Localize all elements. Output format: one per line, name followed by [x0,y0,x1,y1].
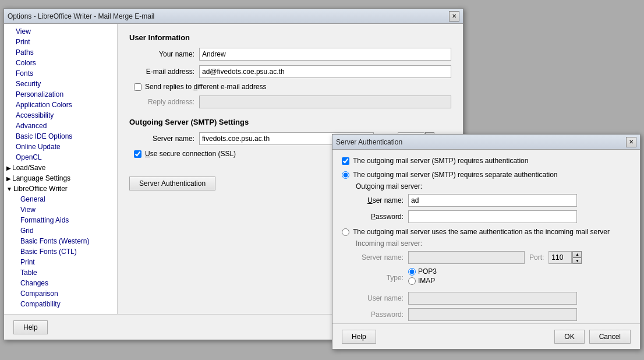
outgoing-password-label: Password: [356,213,408,221]
incoming-port-label: Port: [529,253,544,262]
incoming-password-row: Password: [356,308,631,321]
sidebar-item-advanced[interactable]: Advanced [4,121,117,131]
name-label-text: Your name: [159,50,194,58]
sidebar-child-table[interactable]: Table [4,267,117,278]
main-dialog-titlebar: Options - LibreOffice Writer - Mail Merg… [4,9,463,24]
expand-icon-writer: ▼ [6,186,12,192]
incoming-password-input[interactable] [408,308,577,321]
incoming-password-label: Password: [356,310,408,319]
auth-cancel-button[interactable]: Cancel [589,330,631,344]
auth-body: The outgoing mail server (SMTP) requires… [332,150,640,331]
same-auth-label: The outgoing mail server uses the same a… [353,228,610,236]
outgoing-user-row: User name: [356,194,631,207]
requires-auth-checkbox[interactable] [342,157,349,165]
incoming-label: Incoming mail server: [356,239,631,248]
outgoing-user-input[interactable] [408,194,577,207]
help-button[interactable]: Help [13,320,48,334]
sidebar-item-onlineupdate[interactable]: Online Update [4,142,117,152]
incoming-type-row: Type: POP3 IMAP [356,267,631,288]
smtp-title: Outgoing Server (SMTP) Settings [129,118,451,126]
incoming-user-row: User name: [356,292,631,305]
auth-dialog: Server Authentication ✕ The outgoing mai… [332,134,641,350]
incoming-server-row: Server name: Port: ▲ ▼ [356,251,631,264]
sidebar-group-writer-label: LibreOffice Writer [13,185,68,193]
same-auth-row: The outgoing mail server uses the same a… [342,228,631,236]
sidebar-scroll[interactable]: View Print Paths Colors Fonts Security P… [4,26,117,312]
user-info-title: User Information [129,33,451,42]
sidebar-item-print[interactable]: Print [4,37,117,47]
email-row: E-mail address: [129,65,451,78]
name-input[interactable] [199,48,451,61]
sidebar-item-fonts[interactable]: Fonts [4,68,117,79]
email-label-text: E-mail address: [146,68,194,76]
sidebar: View Print Paths Colors Fonts Security P… [4,24,118,314]
sidebar-group-language[interactable]: ▶ Language Settings [4,173,117,183]
auth-dialog-title: Server Authentication [336,138,402,146]
incoming-user-input[interactable] [408,292,577,305]
sidebar-item-personalization[interactable]: Personalization [4,89,117,100]
auth-help-button[interactable]: Help [342,330,376,344]
same-auth-radio[interactable] [342,228,349,236]
separate-auth-radio[interactable] [342,171,349,179]
incoming-port-input[interactable] [549,251,572,264]
send-replies-label: Send replies to different e-mail address [145,83,267,91]
send-replies-row: Send replies to different e-mail address [134,83,451,91]
sidebar-child-compatibility[interactable]: Compatibility [4,299,117,309]
sidebar-child-basicfontsctl[interactable]: Basic Fonts (CTL) [4,246,117,257]
name-label: Your name: [129,50,199,58]
pop3-label: POP3 [418,267,437,276]
incoming-server-input[interactable] [408,251,525,264]
sidebar-item-view[interactable]: View [4,26,117,37]
sidebar-group-loadsave[interactable]: ▶ Load/Save [4,163,117,173]
sidebar-child-grid[interactable]: Grid [4,225,117,236]
outgoing-password-input[interactable] [408,210,577,223]
email-input[interactable] [199,65,451,78]
sidebar-child-formattingaids[interactable]: Formatting Aids [4,215,117,225]
sidebar-child-autocaption[interactable]: AutoCaption [4,309,117,312]
sidebar-item-opencl[interactable]: OpenCL [4,152,117,163]
sidebar-child-basicfontsw[interactable]: Basic Fonts (Western) [4,236,117,246]
pop3-radio[interactable] [408,268,416,276]
sidebar-item-security[interactable]: Security [4,79,117,89]
separate-auth-label: The outgoing mail server (SMTP) requires… [353,171,558,179]
sidebar-child-changes[interactable]: Changes [4,278,117,288]
sidebar-child-view[interactable]: View [4,204,117,215]
requires-auth-row: The outgoing mail server (SMTP) requires… [342,157,631,165]
auth-titlebar: Server Authentication ✕ [332,135,640,150]
outgoing-password-row: Password: [356,210,631,223]
sidebar-item-colors[interactable]: Colors [4,58,117,68]
incoming-port-spinner[interactable]: ▲ ▼ [572,251,582,264]
sidebar-group-writer[interactable]: ▼ LibreOffice Writer [4,183,117,194]
sidebar-child-comparison[interactable]: Comparison [4,288,117,299]
expand-icon-language: ▶ [6,175,11,182]
reply-label: Reply address: [129,98,199,106]
server-auth-button[interactable]: Server Authentication [129,177,215,190]
incoming-type-label: Type: [356,274,408,282]
sidebar-group-language-label: Language Settings [12,174,70,182]
main-close-button[interactable]: ✕ [449,11,459,22]
sidebar-child-general[interactable]: General [4,194,117,204]
email-label: E-mail address: [129,68,199,76]
auth-footer: Help OK Cancel [332,323,640,349]
sidebar-item-accessibility[interactable]: Accessibility [4,110,117,121]
sidebar-child-print[interactable]: Print [4,257,117,267]
auth-close-button[interactable]: ✕ [626,137,636,147]
ssl-checkbox[interactable] [134,150,141,158]
sidebar-item-appcolors[interactable]: Application Colors [4,100,117,110]
incoming-port-up[interactable]: ▲ [572,251,582,257]
auth-ok-button[interactable]: OK [554,330,584,344]
outgoing-user-label: User name: [356,196,408,204]
outgoing-mail-label: Outgoing mail server: [356,182,631,190]
reply-row: Reply address: [129,96,451,108]
separate-auth-row: The outgoing mail server (SMTP) requires… [342,171,631,179]
reply-label-text: Reply address: [148,98,194,106]
send-replies-checkbox[interactable] [134,83,141,91]
sidebar-group-loadsave-label: Load/Save [12,164,45,172]
incoming-port-down[interactable]: ▼ [572,257,582,264]
imap-radio[interactable] [408,277,416,285]
name-row: Your name: [129,48,451,61]
server-name-label: Server name: [129,135,199,143]
sidebar-item-basicide[interactable]: Basic IDE Options [4,131,117,142]
reply-input[interactable] [199,96,451,108]
sidebar-item-paths[interactable]: Paths [4,47,117,58]
